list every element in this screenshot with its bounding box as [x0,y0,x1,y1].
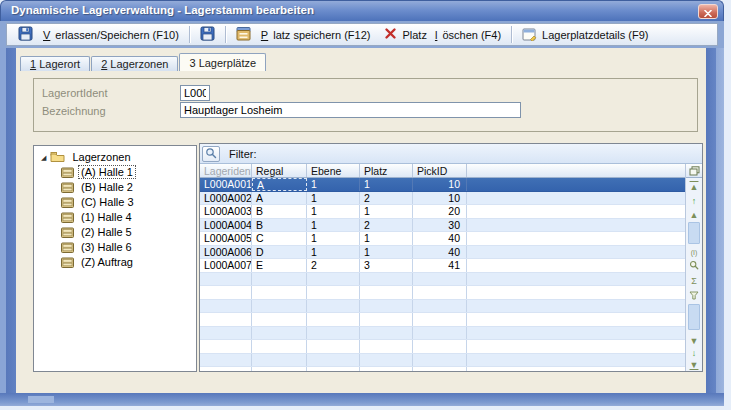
sum-icon[interactable]: Σ [686,276,702,286]
tree-root-label[interactable]: Lagerzonen [69,150,133,164]
tab-lagerplaetze[interactable]: 3 Lagerplätze [179,53,266,71]
cell-regal[interactable]: D [252,246,307,259]
empty-row [200,313,685,327]
cell-platz[interactable]: 2 [360,192,413,205]
resize-grip[interactable] [28,396,54,403]
row-up-icon[interactable]: ▲ [686,210,702,220]
copy-button[interactable] [686,164,702,178]
title-bar[interactable]: Dynamische Lagerverwaltung - Lagerstamm … [0,0,724,21]
filter-search-button[interactable] [202,146,220,162]
table-row[interactable]: L000A002 A 1 2 10 [200,192,685,206]
toolbar-zone: Verlassen/Speichern (F10) Platz speicher… [0,21,724,48]
table-row[interactable]: L000A006 D 1 1 40 [200,246,685,260]
cell-pickid[interactable]: 40 [413,232,467,245]
tree-item-label[interactable]: (B) Halle 2 [78,180,136,194]
cell-filler [467,178,685,191]
cell-pickid[interactable]: 41 [413,259,467,272]
close-button[interactable] [698,4,718,19]
search-icon[interactable] [686,260,702,270]
close-icon [704,3,712,21]
scroll-to-top-icon[interactable]: ▲ [686,182,702,192]
row-down-icon[interactable]: ▼ [686,336,702,346]
column-header[interactable]: Lagerident [200,164,252,177]
tree-item-label[interactable]: (1) Halle 4 [78,210,135,224]
cell-regal[interactable]: B [252,205,307,218]
bezeichnung-field[interactable] [180,102,521,118]
fit-columns-icon[interactable]: (Ι) [686,248,702,258]
cell-lagerident[interactable]: L000A004 [200,219,252,232]
table-row-selected[interactable]: L000A001 A 1 1 10 [200,178,685,192]
save-place-button[interactable]: Platz speichern (F12) [229,23,378,46]
cell-regal[interactable]: A [252,192,307,205]
cell-pickid[interactable]: 20 [413,205,467,218]
table-row[interactable]: L000A005 C 1 1 40 [200,232,685,246]
tree-item[interactable]: (C) Halle 3 [61,195,137,209]
cell-platz[interactable]: 1 [360,205,413,218]
tree-item[interactable]: (3) Halle 6 [61,240,135,254]
cell-ebene[interactable]: 2 [307,259,360,272]
cell-ebene[interactable]: 1 [307,178,360,191]
filter-funnel-icon[interactable] [686,291,702,300]
column-header[interactable]: Regal [252,164,307,177]
delete-x-icon [384,27,397,42]
column-header[interactable]: Platz [360,164,413,177]
cell-platz[interactable]: 3 [360,259,413,272]
cell-pickid[interactable]: 40 [413,246,467,259]
tab-lagerort[interactable]: 1 Lagerort [20,56,90,71]
tree-item[interactable]: (A) Halle 1 [61,165,136,179]
cell-platz[interactable]: 1 [360,178,413,191]
delete-place-button[interactable]: Platz löschen (F4) [377,24,508,45]
tree-expander-icon[interactable]: ◢ [41,154,46,161]
page-up-icon[interactable]: ↑ [686,196,702,206]
lagerortident-field[interactable] [180,85,210,101]
toolbar-separator [189,26,190,43]
cell-ebene[interactable]: 1 [307,192,360,205]
cell-pickid[interactable]: 10 [413,192,467,205]
cell-lagerident[interactable]: L000A001 [200,178,252,191]
tree-item-label[interactable]: (A) Halle 1 [78,165,136,179]
cell-ebene[interactable]: 1 [307,232,360,245]
cell-lagerident[interactable]: L000A002 [200,192,252,205]
scrollbar-thumb[interactable] [688,304,700,330]
cell-ebene[interactable]: 1 [307,219,360,232]
tree-item[interactable]: (1) Halle 4 [61,210,135,224]
tree-item[interactable]: (Z) Auftrag [61,255,136,269]
column-header[interactable]: PickID [413,164,467,177]
tree-item-label[interactable]: (3) Halle 6 [78,240,135,254]
save-button[interactable] [193,23,222,46]
tree-item-label[interactable]: (Z) Auftrag [78,255,136,269]
tree-root[interactable]: ◢ Lagerzonen [41,150,134,164]
tree-item-label[interactable]: (2) Halle 5 [78,225,135,239]
table-row[interactable]: L000A007 E 2 3 41 [200,259,685,273]
table-row[interactable]: L000A003 B 1 1 20 [200,205,685,219]
leave-save-button[interactable]: Verlassen/Speichern (F10) [11,23,186,46]
cell-pickid[interactable]: 10 [413,178,467,191]
cell-lagerident[interactable]: L000A007 [200,259,252,272]
column-header[interactable]: Ebene [307,164,360,177]
tree-item-label[interactable]: (C) Halle 3 [78,195,137,209]
cell-platz[interactable]: 1 [360,232,413,245]
cell-ebene[interactable]: 1 [307,246,360,259]
cell-regal[interactable]: C [252,232,307,245]
scrollbar-thumb[interactable] [688,222,700,244]
cell-regal-focused[interactable]: A [252,178,307,191]
cell-lagerident[interactable]: L000A003 [200,205,252,218]
scroll-to-bottom-icon[interactable]: ▼ [686,360,702,370]
place-details-button[interactable]: Lagerplatzdetails (F9) [515,24,655,46]
zone-icon [61,257,74,268]
cell-regal[interactable]: E [252,259,307,272]
window-frame-bottom [0,393,724,406]
cell-platz[interactable]: 1 [360,246,413,259]
tree-item[interactable]: (2) Halle 5 [61,225,135,239]
cell-lagerident[interactable]: L000A005 [200,232,252,245]
table-row[interactable]: L000A004 B 1 2 30 [200,219,685,233]
cell-ebene[interactable]: 1 [307,205,360,218]
column-header-filler [467,164,685,177]
tree-item[interactable]: (B) Halle 2 [61,180,136,194]
cell-regal[interactable]: B [252,219,307,232]
cell-platz[interactable]: 2 [360,219,413,232]
tab-lagerzonen[interactable]: 2 Lagerzonen [91,56,178,71]
cell-pickid[interactable]: 30 [413,219,467,232]
page-down-icon[interactable]: ↓ [686,348,702,358]
cell-lagerident[interactable]: L000A006 [200,246,252,259]
